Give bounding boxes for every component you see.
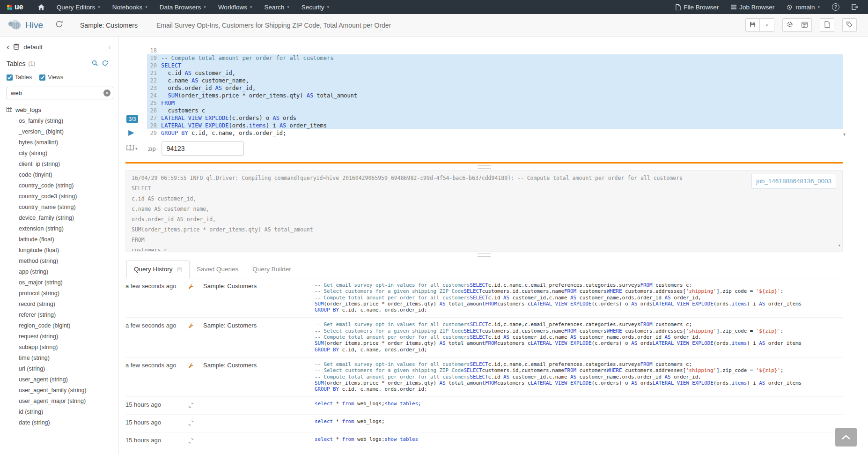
views-checkbox-label[interactable]: Views — [39, 74, 63, 81]
logout-button[interactable] — [846, 0, 864, 14]
user-menu[interactable]: romain ▾ — [780, 0, 826, 14]
column-item[interactable]: _version_ (bigint) — [7, 127, 113, 137]
column-item[interactable]: protocol (string) — [7, 288, 113, 299]
editor-line[interactable]: 22 c.name AS customer_name, — [147, 77, 843, 84]
home-button[interactable] — [32, 0, 51, 14]
new-document-button[interactable] — [820, 18, 834, 32]
column-item[interactable]: time (string) — [7, 353, 113, 364]
column-item[interactable]: country_name (string) — [7, 202, 113, 213]
refresh-icon[interactable] — [102, 60, 108, 68]
column-item[interactable]: country_code (string) — [7, 180, 113, 191]
menu-notebooks[interactable]: Notebooks▾ — [106, 0, 154, 14]
menu-security[interactable]: Security▾ — [295, 0, 335, 14]
collapse-panel-icon[interactable]: ‹ — [108, 43, 111, 51]
column-item[interactable]: subapp (string) — [7, 342, 113, 353]
menu-workflows[interactable]: Workflows▾ — [212, 0, 258, 14]
tables-checkbox-label[interactable]: Tables — [7, 74, 32, 81]
column-item[interactable]: city (string) — [7, 148, 113, 159]
settings-button[interactable] — [782, 18, 797, 32]
column-item[interactable]: user_agent_major (string) — [7, 396, 113, 407]
editor-line[interactable]: 21 c.id AS customer_id, — [147, 69, 843, 77]
editor-line[interactable]: 25FROM — [147, 99, 843, 107]
table-search-input[interactable] — [7, 87, 113, 99]
editor-line[interactable]: 27LATERAL VIEW EXPLODE(c.orders) o AS or… — [147, 114, 843, 122]
database-name[interactable]: default — [23, 44, 43, 51]
editor-line[interactable]: 20SELECT — [147, 62, 843, 69]
editor-scroll-down-icon[interactable]: ▾ — [843, 132, 846, 137]
column-item[interactable]: referer (string) — [7, 310, 113, 320]
editor-line[interactable]: 19-- Compute total amount per order for … — [147, 54, 843, 62]
history-row[interactable]: 15 hours agoselect * from web_logs; — [125, 415, 843, 432]
column-item[interactable]: code (tinyint) — [7, 170, 113, 180]
editor-line[interactable]: 23 ords.order_id AS order_id, — [147, 84, 843, 92]
editor-line[interactable]: 18 — [147, 47, 843, 54]
column-item[interactable]: extension (string) — [7, 223, 113, 234]
column-item[interactable]: user_agent_family (string) — [7, 385, 113, 396]
hive-app-button[interactable]: Hive — [7, 19, 43, 32]
back-icon[interactable]: ‹ — [7, 42, 9, 51]
query-editor[interactable]: 3/3 ▶ 1819-- Compute total amount per or… — [125, 47, 843, 137]
wrench-icon — [188, 321, 203, 331]
column-item[interactable]: client_ip (string) — [7, 159, 113, 170]
tables-checkbox[interactable] — [7, 74, 13, 81]
format-button[interactable]: ▾ — [125, 144, 147, 153]
tags-button[interactable] — [842, 18, 857, 32]
editor-line[interactable]: 28LATERAL VIEW EXPLODE(ords.items) i AS … — [147, 122, 843, 129]
save-button[interactable] — [745, 18, 760, 32]
log-scroll-down-icon[interactable]: ▾ — [838, 240, 841, 251]
history-row[interactable]: a few seconds agoSample: Customers-- Get… — [125, 318, 843, 357]
log-resize-handle[interactable] — [478, 165, 491, 169]
column-item[interactable]: os_major (string) — [7, 277, 113, 288]
search-icon[interactable] — [92, 60, 98, 68]
tab-query-history[interactable]: Query History▤ — [126, 260, 190, 278]
column-item[interactable]: longitude (float) — [7, 245, 113, 256]
job-browser-button[interactable]: Job Browser — [725, 0, 780, 14]
menu-data-browsers[interactable]: Data Browsers▾ — [154, 0, 212, 14]
menu-query-editors[interactable]: Query Editors▾ — [51, 0, 106, 14]
tab-query-builder[interactable]: Query Builder — [245, 260, 298, 278]
editor-line[interactable]: 29GROUP BY c.id, c.name, ords.order_id; — [147, 129, 843, 137]
column-item[interactable]: date (string) — [7, 417, 113, 428]
query-history-icon[interactable] — [55, 20, 63, 30]
column-item[interactable]: region_code (bigint) — [7, 320, 113, 331]
variable-input[interactable] — [162, 141, 244, 156]
scroll-to-top-button[interactable] — [835, 428, 857, 447]
history-row[interactable]: a few seconds agoSample: Customers-- Get… — [125, 357, 843, 397]
save-dropdown-button[interactable]: ▾ — [760, 18, 774, 32]
column-item[interactable]: country_code3 (string) — [7, 191, 113, 202]
hue-logo[interactable]: ue — [0, 0, 32, 14]
history-row[interactable]: 15 hours agoselect * from web_logs;show … — [125, 397, 843, 415]
help-button[interactable]: ? — [826, 0, 846, 14]
job-browser-label: Job Browser — [739, 4, 774, 11]
job-link[interactable]: job_1461888648136_0003 — [751, 174, 836, 189]
schedule-button[interactable] — [797, 18, 812, 32]
file-browser-button[interactable]: File Browser — [669, 0, 725, 14]
query-description[interactable]: Email Survey Opt-Ins, Customers for Ship… — [156, 22, 391, 29]
execute-button[interactable]: ▶ — [128, 129, 134, 136]
column-item[interactable]: url (string) — [7, 364, 113, 374]
column-item[interactable]: request (string) — [7, 331, 113, 342]
column-item[interactable]: latitude (float) — [7, 234, 113, 245]
clear-search-icon[interactable]: × — [103, 89, 110, 97]
column-item[interactable]: app (string) — [7, 267, 113, 277]
column-item[interactable]: record (string) — [7, 299, 113, 310]
column-item[interactable]: os_family (string) — [7, 116, 113, 127]
views-checkbox[interactable] — [39, 74, 45, 81]
sql-token: AS — [570, 374, 576, 380]
sql-token: customer_id,c.name — [509, 295, 570, 301]
tab-saved-queries[interactable]: Saved Queries — [190, 260, 245, 278]
column-item[interactable]: id (string) — [7, 407, 113, 417]
column-item[interactable]: device_family (string) — [7, 213, 113, 223]
column-item[interactable]: bytes (smallint) — [7, 137, 113, 148]
table-item-web-logs[interactable]: web_logs — [7, 106, 113, 113]
history-row[interactable]: 15 hours agoselect * from web_logs;show … — [125, 450, 843, 454]
menu-search[interactable]: Search▾ — [258, 0, 295, 14]
editor-line[interactable]: 26 customers c — [147, 107, 843, 114]
history-row[interactable]: a few seconds agoSample: Customers-- Get… — [125, 278, 843, 318]
editor-line[interactable]: 24 SUM(order_items.price * order_items.q… — [147, 92, 843, 99]
query-title[interactable]: Sample: Customers — [80, 22, 138, 29]
history-row[interactable]: 15 hours agoselect * from web_logs;show … — [125, 432, 843, 450]
column-item[interactable]: user_agent (string) — [7, 374, 113, 385]
results-resize-handle[interactable] — [478, 253, 491, 257]
column-item[interactable]: method (string) — [7, 256, 113, 267]
